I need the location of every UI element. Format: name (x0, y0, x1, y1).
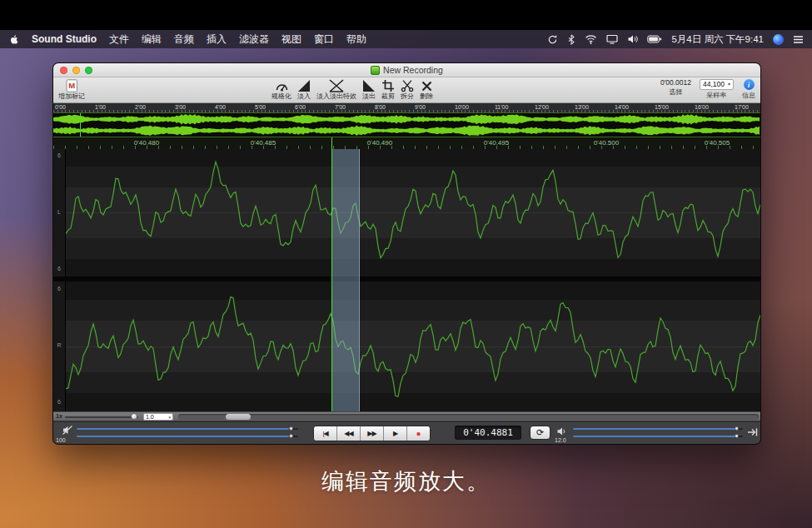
trim-button[interactable]: 裁剪 (381, 78, 395, 100)
delete-label: 删除 (420, 92, 433, 100)
window-title: New Recording (383, 65, 443, 75)
menu-left: Sound Studio 文件 编辑 音频 插入 滤波器 视图 窗口 帮助 (8, 32, 366, 47)
menu-app-name[interactable]: Sound Studio (32, 33, 97, 45)
menu-filter[interactable]: 滤波器 (239, 32, 269, 47)
overview-playhead[interactable] (80, 113, 81, 137)
menu-datetime[interactable]: 5月4日 周六 下午9:41 (671, 33, 764, 46)
chevron-down-icon: ▾ (168, 415, 171, 420)
output-slider-2[interactable] (573, 436, 743, 437)
output-slider-1[interactable] (573, 428, 743, 430)
info-control: i 信息 (742, 79, 755, 99)
close-button[interactable] (60, 67, 67, 74)
zoom-slider-knob[interactable] (131, 413, 137, 420)
display-mirroring-icon[interactable] (606, 34, 618, 44)
left-channel-lane[interactable] (66, 149, 760, 276)
zoom-time-label: 0'40.505 (705, 139, 730, 147)
screen-bezel (0, 0, 812, 30)
menu-view[interactable]: 视图 (281, 32, 301, 47)
sound-studio-window: New Recording M 增加标记 规格化 (52, 62, 761, 445)
timeline-label: 16'00 (695, 104, 709, 110)
db-label: 6 (53, 152, 65, 158)
crossfade-button[interactable]: 淡入淡出特效 (316, 78, 356, 100)
right-channel-label: R (53, 342, 65, 348)
go-to-start-button[interactable]: |◀ (314, 426, 336, 441)
timeline-label: 12'00 (535, 104, 549, 110)
bluetooth-icon[interactable] (567, 34, 575, 45)
minimize-button[interactable] (72, 67, 80, 74)
zoom-slider-track[interactable] (65, 416, 138, 418)
overview-waveform-svg (53, 113, 760, 137)
timeline-label: 0'00 (55, 104, 66, 110)
fade-in-button[interactable]: 淡入 (297, 78, 311, 100)
current-time-value: 0'40.4881 (463, 427, 513, 438)
overview-waveform[interactable] (53, 113, 760, 137)
wifi-icon[interactable] (585, 34, 597, 44)
horizontal-scrollbar-track[interactable] (178, 414, 759, 420)
timeline-label: 14'00 (615, 104, 629, 110)
fade-out-button[interactable]: 淡出 (362, 78, 376, 100)
timeline-label: 5'00 (255, 104, 266, 110)
crossfade-label: 淡入淡出特效 (316, 92, 356, 100)
battery-icon[interactable] (647, 34, 662, 44)
zoom-time-label: 0'40.485 (251, 139, 276, 147)
chevron-down-icon: ▾ (728, 80, 730, 89)
left-channel-label: L (53, 209, 65, 215)
menu-file[interactable]: 文件 (109, 32, 129, 47)
zoom-window-button[interactable] (85, 67, 92, 74)
horizontal-scrollbar-thumb[interactable] (226, 414, 251, 420)
sync-icon[interactable] (547, 34, 558, 45)
zoom-time-ruler[interactable]: 0'40.480 0'40.485 0'40.490 0'40.495 0'40… (53, 137, 760, 150)
fast-forward-button[interactable]: ▶▶ (361, 426, 383, 441)
menu-status-area: 5月4日 周六 下午9:41 (547, 33, 804, 46)
input-slider-2[interactable] (77, 436, 298, 437)
info-button[interactable]: i (744, 79, 755, 90)
notification-center-icon[interactable] (793, 35, 804, 44)
add-marker-icon: M (66, 78, 78, 92)
normalize-label: 规格化 (271, 92, 291, 100)
split-label: 拆分 (401, 92, 414, 100)
selection-region[interactable] (332, 149, 360, 411)
timeline-label: 9'00 (415, 104, 426, 110)
sample-rate-combo[interactable]: 44,100 ▾ (700, 79, 734, 90)
add-marker-button[interactable]: M 增加标记 (58, 78, 85, 100)
normalize-button[interactable]: 规格化 (271, 78, 291, 100)
output-volume-icon[interactable] (556, 426, 567, 436)
delete-button[interactable]: 删除 (420, 78, 433, 100)
window-title-wrap: New Recording (53, 63, 760, 77)
sample-rate-label: 采样率 (706, 92, 726, 99)
timeline-label: 4'00 (215, 104, 226, 110)
split-button[interactable]: 拆分 (401, 78, 414, 100)
delete-icon (421, 78, 433, 92)
playhead-cursor[interactable] (331, 137, 332, 411)
zoom-time-label: 0'40.500 (594, 139, 619, 147)
menu-insert[interactable]: 插入 (207, 32, 227, 47)
rewind-button[interactable]: ◀◀ (337, 426, 360, 441)
timeline-label: 2'00 (135, 104, 146, 110)
play-button[interactable]: ▶ (384, 426, 406, 441)
input-slider-1[interactable] (77, 428, 298, 430)
timeline-label: 10'00 (455, 104, 469, 110)
normalize-icon (275, 78, 289, 92)
timeline-label: 6'00 (295, 104, 306, 110)
timeline-ruler[interactable]: 0'00 1'00 2'00 3'00 4'00 5'00 6'00 7'00 … (53, 103, 760, 113)
menu-help[interactable]: 帮助 (346, 32, 366, 47)
input-muted-icon[interactable] (62, 425, 73, 436)
go-to-end-icon[interactable] (747, 427, 758, 437)
title-bar[interactable]: New Recording (53, 63, 760, 77)
loop-button[interactable]: ⟳ (530, 426, 550, 440)
record-button[interactable]: ● (407, 426, 430, 441)
fade-out-label: 淡出 (362, 92, 376, 100)
zoom-level-icon: 1x (56, 413, 62, 419)
menu-window[interactable]: 窗口 (314, 32, 334, 47)
right-channel-lane[interactable] (66, 281, 760, 411)
timeline-label: 7'00 (335, 104, 346, 110)
zoom-value-combo[interactable]: 1.0 ▾ (143, 413, 173, 421)
waveform-editor[interactable]: 6 L 6 6 R 6 (53, 149, 760, 411)
trim-label: 裁剪 (381, 92, 395, 100)
siri-icon[interactable] (773, 34, 784, 45)
db-label: 6 (53, 399, 65, 405)
menu-audio[interactable]: 音频 (174, 32, 194, 47)
menu-edit[interactable]: 编辑 (142, 32, 162, 47)
apple-menu-icon[interactable] (8, 33, 19, 46)
volume-icon[interactable] (627, 34, 638, 44)
